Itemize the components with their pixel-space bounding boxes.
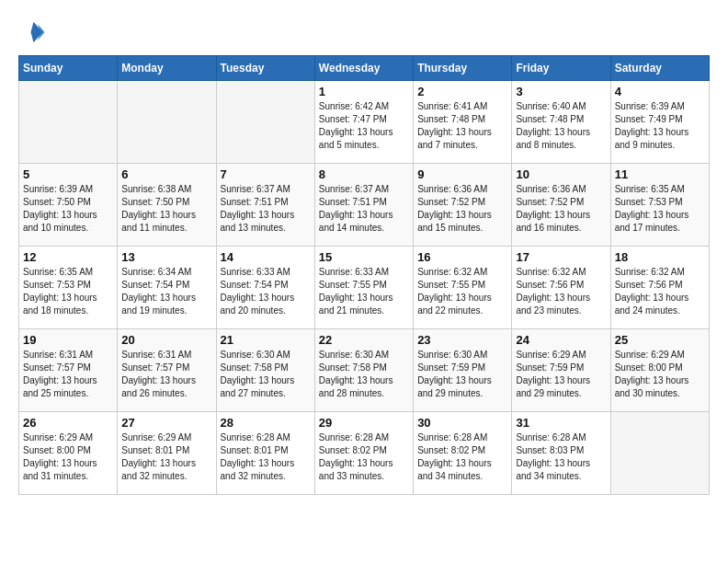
cell-info: Sunrise: 6:37 AM Sunset: 7:51 PM Dayligh… xyxy=(221,183,311,235)
cell-info: Sunrise: 6:32 AM Sunset: 7:56 PM Dayligh… xyxy=(615,266,705,317)
day-number: 12 xyxy=(23,250,113,264)
day-number: 31 xyxy=(516,416,606,430)
day-number: 16 xyxy=(417,250,507,264)
calendar-week-row: 5Sunrise: 6:39 AM Sunset: 7:50 PM Daylig… xyxy=(19,164,710,247)
calendar-cell: 25Sunrise: 6:29 AM Sunset: 8:00 PM Dayli… xyxy=(610,329,709,412)
day-number: 29 xyxy=(319,416,409,430)
cell-info: Sunrise: 6:42 AM Sunset: 7:47 PM Dayligh… xyxy=(319,100,409,152)
cell-info: Sunrise: 6:29 AM Sunset: 7:59 PM Dayligh… xyxy=(516,349,606,400)
cell-info: Sunrise: 6:31 AM Sunset: 7:57 PM Dayligh… xyxy=(23,349,113,400)
calendar-cell xyxy=(19,81,118,164)
cell-info: Sunrise: 6:35 AM Sunset: 7:53 PM Dayligh… xyxy=(615,183,705,235)
cell-info: Sunrise: 6:28 AM Sunset: 8:02 PM Dayligh… xyxy=(417,431,507,483)
day-number: 27 xyxy=(121,416,211,430)
weekday-header: Thursday xyxy=(414,56,512,81)
day-number: 11 xyxy=(615,167,705,181)
day-number: 15 xyxy=(319,250,409,264)
cell-info: Sunrise: 6:33 AM Sunset: 7:55 PM Dayligh… xyxy=(319,266,409,317)
day-number: 25 xyxy=(615,333,705,347)
day-number: 18 xyxy=(615,250,705,264)
weekday-header: Saturday xyxy=(610,56,709,81)
calendar-cell: 27Sunrise: 6:29 AM Sunset: 8:01 PM Dayli… xyxy=(118,412,216,495)
cell-info: Sunrise: 6:30 AM Sunset: 7:58 PM Dayligh… xyxy=(319,349,409,400)
cell-info: Sunrise: 6:29 AM Sunset: 8:00 PM Dayligh… xyxy=(23,431,113,483)
calendar-table: SundayMondayTuesdayWednesdayThursdayFrid… xyxy=(18,55,710,495)
calendar-cell: 29Sunrise: 6:28 AM Sunset: 8:02 PM Dayli… xyxy=(314,412,413,495)
calendar-cell: 19Sunrise: 6:31 AM Sunset: 7:57 PM Dayli… xyxy=(19,329,118,412)
day-number: 4 xyxy=(615,85,705,98)
cell-info: Sunrise: 6:32 AM Sunset: 7:56 PM Dayligh… xyxy=(516,266,606,317)
day-number: 28 xyxy=(221,416,311,430)
cell-info: Sunrise: 6:28 AM Sunset: 8:03 PM Dayligh… xyxy=(516,431,606,483)
calendar-cell xyxy=(610,412,709,495)
weekday-header: Tuesday xyxy=(216,56,314,81)
calendar-cell: 3Sunrise: 6:40 AM Sunset: 7:48 PM Daylig… xyxy=(512,81,610,164)
day-number: 7 xyxy=(221,167,311,181)
cell-info: Sunrise: 6:39 AM Sunset: 7:50 PM Dayligh… xyxy=(23,183,113,235)
cell-info: Sunrise: 6:41 AM Sunset: 7:48 PM Dayligh… xyxy=(417,100,507,152)
day-number: 22 xyxy=(319,333,409,347)
calendar-cell: 14Sunrise: 6:33 AM Sunset: 7:54 PM Dayli… xyxy=(216,247,314,329)
calendar-cell: 2Sunrise: 6:41 AM Sunset: 7:48 PM Daylig… xyxy=(414,81,512,164)
day-number: 23 xyxy=(417,333,507,347)
day-number: 20 xyxy=(121,333,211,347)
day-number: 17 xyxy=(516,250,606,264)
day-number: 13 xyxy=(121,250,211,264)
day-number: 8 xyxy=(319,167,409,181)
calendar-cell: 6Sunrise: 6:38 AM Sunset: 7:50 PM Daylig… xyxy=(118,164,216,247)
svg-marker-1 xyxy=(31,22,43,43)
cell-info: Sunrise: 6:29 AM Sunset: 8:01 PM Dayligh… xyxy=(121,431,211,483)
calendar-cell: 22Sunrise: 6:30 AM Sunset: 7:58 PM Dayli… xyxy=(314,329,413,412)
day-number: 6 xyxy=(121,167,211,181)
calendar-cell: 12Sunrise: 6:35 AM Sunset: 7:53 PM Dayli… xyxy=(19,247,118,329)
day-number: 9 xyxy=(417,167,507,181)
calendar-week-row: 19Sunrise: 6:31 AM Sunset: 7:57 PM Dayli… xyxy=(19,329,710,412)
day-number: 14 xyxy=(221,250,311,264)
cell-info: Sunrise: 6:30 AM Sunset: 7:59 PM Dayligh… xyxy=(417,349,507,400)
day-number: 2 xyxy=(417,85,507,98)
weekday-header: Sunday xyxy=(19,56,118,81)
calendar-cell: 5Sunrise: 6:39 AM Sunset: 7:50 PM Daylig… xyxy=(19,164,118,247)
day-number: 10 xyxy=(516,167,606,181)
weekday-header: Monday xyxy=(118,56,216,81)
calendar-header-row: SundayMondayTuesdayWednesdayThursdayFrid… xyxy=(19,56,710,81)
cell-info: Sunrise: 6:37 AM Sunset: 7:51 PM Dayligh… xyxy=(319,183,409,235)
cell-info: Sunrise: 6:39 AM Sunset: 7:49 PM Dayligh… xyxy=(615,100,705,152)
cell-info: Sunrise: 6:38 AM Sunset: 7:50 PM Dayligh… xyxy=(121,183,211,235)
day-number: 26 xyxy=(23,416,113,430)
calendar-cell: 21Sunrise: 6:30 AM Sunset: 7:58 PM Dayli… xyxy=(216,329,314,412)
page-header xyxy=(18,18,710,46)
weekday-header: Friday xyxy=(512,56,610,81)
calendar-cell: 31Sunrise: 6:28 AM Sunset: 8:03 PM Dayli… xyxy=(512,412,610,495)
calendar-cell: 17Sunrise: 6:32 AM Sunset: 7:56 PM Dayli… xyxy=(512,247,610,329)
day-number: 24 xyxy=(516,333,606,347)
calendar-cell: 1Sunrise: 6:42 AM Sunset: 7:47 PM Daylig… xyxy=(314,81,413,164)
weekday-header: Wednesday xyxy=(314,56,413,81)
cell-info: Sunrise: 6:36 AM Sunset: 7:52 PM Dayligh… xyxy=(516,183,606,235)
cell-info: Sunrise: 6:33 AM Sunset: 7:54 PM Dayligh… xyxy=(221,266,311,317)
day-number: 5 xyxy=(23,167,113,181)
logo-icon xyxy=(18,18,46,46)
day-number: 1 xyxy=(319,85,409,98)
calendar-cell: 7Sunrise: 6:37 AM Sunset: 7:51 PM Daylig… xyxy=(216,164,314,247)
day-number: 21 xyxy=(221,333,311,347)
calendar-cell: 16Sunrise: 6:32 AM Sunset: 7:55 PM Dayli… xyxy=(414,247,512,329)
calendar-cell: 15Sunrise: 6:33 AM Sunset: 7:55 PM Dayli… xyxy=(314,247,413,329)
calendar-cell: 9Sunrise: 6:36 AM Sunset: 7:52 PM Daylig… xyxy=(414,164,512,247)
calendar-cell: 4Sunrise: 6:39 AM Sunset: 7:49 PM Daylig… xyxy=(610,81,709,164)
calendar-cell: 28Sunrise: 6:28 AM Sunset: 8:01 PM Dayli… xyxy=(216,412,314,495)
calendar-cell: 23Sunrise: 6:30 AM Sunset: 7:59 PM Dayli… xyxy=(414,329,512,412)
calendar-cell: 18Sunrise: 6:32 AM Sunset: 7:56 PM Dayli… xyxy=(610,247,709,329)
logo xyxy=(18,18,48,46)
calendar-cell: 10Sunrise: 6:36 AM Sunset: 7:52 PM Dayli… xyxy=(512,164,610,247)
cell-info: Sunrise: 6:29 AM Sunset: 8:00 PM Dayligh… xyxy=(615,349,705,400)
day-number: 19 xyxy=(23,333,113,347)
cell-info: Sunrise: 6:31 AM Sunset: 7:57 PM Dayligh… xyxy=(121,349,211,400)
cell-info: Sunrise: 6:30 AM Sunset: 7:58 PM Dayligh… xyxy=(221,349,311,400)
day-number: 30 xyxy=(417,416,507,430)
calendar-cell: 24Sunrise: 6:29 AM Sunset: 7:59 PM Dayli… xyxy=(512,329,610,412)
calendar-cell: 13Sunrise: 6:34 AM Sunset: 7:54 PM Dayli… xyxy=(118,247,216,329)
calendar-cell: 20Sunrise: 6:31 AM Sunset: 7:57 PM Dayli… xyxy=(118,329,216,412)
cell-info: Sunrise: 6:36 AM Sunset: 7:52 PM Dayligh… xyxy=(417,183,507,235)
cell-info: Sunrise: 6:28 AM Sunset: 8:02 PM Dayligh… xyxy=(319,431,409,483)
